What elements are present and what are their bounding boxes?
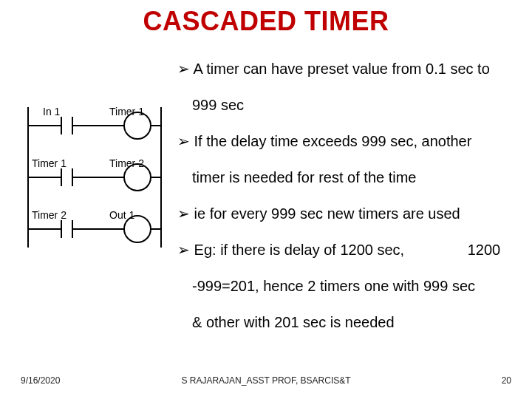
label-timer1-r: Timer 1 — [109, 106, 144, 117]
ladder-diagram: In 1 Timer 1 Timer 1 Timer 2 Timer 2 Out… — [21, 103, 168, 254]
bullet-2b: timer is needed for rest of the time — [177, 168, 502, 188]
footer-page: 20 — [502, 375, 511, 386]
label-timer1-l: Timer 1 — [32, 157, 66, 169]
label-in1: In 1 — [43, 106, 61, 117]
bullet-icon: ➢ — [177, 242, 190, 258]
slide-title: CASCADED TIMER — [0, 0, 532, 37]
ladder-svg: In 1 Timer 1 Timer 1 Timer 2 Timer 2 Out… — [21, 103, 168, 251]
bullet-4b: -999=201, hence 2 timers one with 999 se… — [177, 276, 502, 296]
bullet-4c: & other with 201 sec is needed — [177, 313, 502, 332]
bullet-text: Eg: if there is delay of 1200 sec, — [194, 242, 405, 258]
bullet-1b: 999 sec — [177, 95, 502, 115]
footer: 9/16/2020 S RAJARAJAN_ASST PROF, BSARCIS… — [0, 375, 532, 386]
bullet-icon: ➢ — [177, 61, 190, 77]
bullet-4a: ➢ Eg: if there is delay of 1200 sec, 120… — [177, 240, 502, 260]
label-timer2-r: Timer 2 — [109, 157, 144, 169]
label-out1: Out 1 — [109, 209, 134, 221]
bullet-text: If the delay time exceeds 999 sec, anoth… — [194, 133, 472, 149]
slide: CASCADED TIMER — [0, 0, 532, 399]
bullet-text: ie for every 999 sec new timers are used — [194, 205, 460, 222]
bullet-2a: ➢ If the delay time exceeds 999 sec, ano… — [177, 132, 502, 151]
bullet-icon: ➢ — [177, 205, 190, 222]
bullet-text-tail: 1200 — [468, 242, 501, 258]
bullet-3: ➢ ie for every 999 sec new timers are us… — [177, 204, 502, 224]
footer-author: S RAJARAJAN_ASST PROF, BSARCIS&T — [0, 375, 532, 386]
bullet-list: ➢ A timer can have preset value from 0.1… — [177, 59, 502, 349]
bullet-text: A timer can have preset value from 0.1 s… — [193, 61, 489, 77]
label-timer2-l: Timer 2 — [32, 209, 66, 221]
footer-date: 9/16/2020 — [21, 375, 60, 386]
bullet-icon: ➢ — [177, 133, 190, 149]
bullet-1a: ➢ A timer can have preset value from 0.1… — [177, 59, 502, 79]
